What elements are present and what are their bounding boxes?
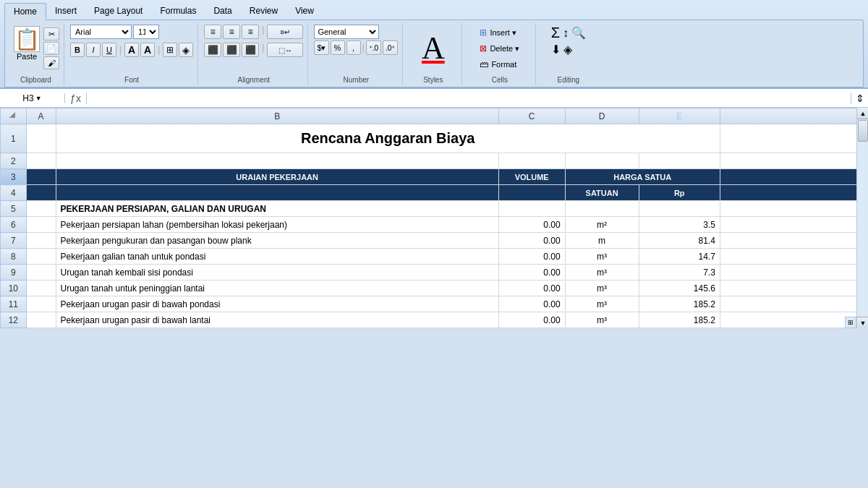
dropdown-arrow-cell[interactable]: ▼: [35, 95, 42, 102]
cell-a8[interactable]: [26, 249, 56, 265]
tab-home[interactable]: Home: [4, 3, 46, 20]
align-center-button[interactable]: ⬛: [223, 43, 240, 57]
comma-button[interactable]: ,: [346, 40, 361, 55]
align-top-center-button[interactable]: ≡: [223, 25, 240, 39]
cell-c6[interactable]: 0.00: [498, 217, 565, 233]
row-header-10[interactable]: 10: [1, 281, 27, 296]
cell-e6[interactable]: 3.5: [639, 217, 720, 233]
cell-b6[interactable]: Pekerjaan persiapan lahan (pembersihan l…: [56, 217, 498, 233]
expand-corner[interactable]: ⊞: [845, 317, 856, 328]
currency-button[interactable]: $▾: [314, 40, 328, 55]
cell-d7[interactable]: m: [565, 233, 639, 249]
cell-c4[interactable]: [498, 185, 565, 201]
cell-a12[interactable]: [26, 312, 56, 328]
styles-a-display[interactable]: A: [422, 33, 445, 64]
paste-button[interactable]: 📋 Paste: [12, 25, 41, 62]
row-header-9[interactable]: 9: [1, 265, 27, 281]
bold-button[interactable]: B: [70, 43, 85, 57]
delete-button[interactable]: ⊠ Delete ▾: [477, 40, 522, 56]
tab-insert[interactable]: Insert: [46, 3, 85, 20]
cell-e4[interactable]: Rp: [639, 185, 720, 201]
insert-button[interactable]: ⊞ Insert ▾: [477, 25, 519, 40]
tab-page-layout[interactable]: Page Layout: [85, 3, 151, 20]
cut-button[interactable]: ✂: [43, 27, 59, 40]
cell-a10[interactable]: [26, 281, 56, 296]
format-painter-button[interactable]: 🖌: [43, 56, 59, 69]
scroll-down-arrow[interactable]: ▼: [857, 317, 868, 328]
vertical-scrollbar[interactable]: ▲ ▼: [856, 108, 868, 328]
cell-e12[interactable]: 185.2: [639, 312, 720, 328]
tab-formulas[interactable]: Formulas: [151, 3, 205, 20]
cell-c9[interactable]: 0.00: [498, 265, 565, 281]
cell-b7[interactable]: Pekerjaan pengukuran dan pasangan bouw p…: [56, 233, 498, 249]
cell-a1[interactable]: [26, 124, 56, 153]
cell-b8[interactable]: Pekerjaan galian tanah untuk pondasi: [56, 249, 498, 265]
cell-b2[interactable]: [56, 153, 498, 169]
cell-c3[interactable]: VOLUME: [498, 169, 565, 185]
row-header-3[interactable]: 3: [1, 169, 27, 185]
cell-b1[interactable]: Rencana Anggaran Biaya: [56, 124, 720, 153]
borders-button[interactable]: ⊞: [163, 43, 177, 57]
number-format-select[interactable]: General: [314, 25, 379, 39]
increase-decimal-button[interactable]: .0⁺: [383, 40, 398, 55]
cell-e2[interactable]: [639, 153, 720, 169]
cell-d11[interactable]: m³: [565, 296, 639, 312]
select-all-icon[interactable]: [9, 112, 17, 119]
decrease-decimal-button[interactable]: ⁺.0: [366, 40, 381, 55]
italic-button[interactable]: I: [86, 43, 101, 57]
row-header-6[interactable]: 6: [1, 217, 27, 233]
cell-c2[interactable]: [498, 153, 565, 169]
align-left-button[interactable]: ⬛: [204, 43, 221, 57]
cell-e7[interactable]: 81.4: [639, 233, 720, 249]
col-header-c[interactable]: C: [498, 108, 565, 124]
row-header-1[interactable]: 1: [1, 124, 27, 153]
cell-e10[interactable]: 145.6: [639, 281, 720, 296]
cell-b4[interactable]: [56, 185, 498, 201]
cell-d6[interactable]: m²: [565, 217, 639, 233]
align-top-right-button[interactable]: ≡: [242, 25, 259, 39]
format-button[interactable]: 🗃 Format: [477, 56, 519, 72]
cell-a4[interactable]: [26, 185, 56, 201]
col-header-e[interactable]: E: [639, 108, 720, 124]
cell-d5[interactable]: [565, 201, 639, 217]
copy-button[interactable]: 📄: [43, 42, 59, 55]
cell-c8[interactable]: 0.00: [498, 249, 565, 265]
font-name-select[interactable]: Arial: [70, 25, 132, 39]
shading-button[interactable]: ◈: [179, 43, 193, 57]
row-header-8[interactable]: 8: [1, 249, 27, 265]
cell-d2[interactable]: [565, 153, 639, 169]
fill-color-button[interactable]: A: [140, 43, 155, 57]
cell-d8[interactable]: m³: [565, 249, 639, 265]
cell-d12[interactable]: m³: [565, 312, 639, 328]
cell-b9[interactable]: Urugan tanah kembali sisi pondasi: [56, 265, 498, 281]
cell-a11[interactable]: [26, 296, 56, 312]
cell-d3[interactable]: HARGA SATUA: [565, 169, 720, 185]
cell-b5[interactable]: PEKERJAAN PERSIAPAN, GALIAN DAN URUGAN: [56, 201, 498, 217]
font-color-button[interactable]: A: [124, 43, 139, 57]
function-wizard-button[interactable]: ƒx: [65, 93, 87, 104]
row-header-11[interactable]: 11: [1, 296, 27, 312]
cell-d10[interactable]: m³: [565, 281, 639, 296]
underline-button[interactable]: U: [102, 43, 116, 57]
row-header-4[interactable]: 4: [1, 185, 27, 201]
formula-input[interactable]: [87, 93, 851, 103]
cell-c10[interactable]: 0.00: [498, 281, 565, 296]
cell-e5[interactable]: [639, 201, 720, 217]
col-header-d[interactable]: D: [565, 108, 639, 124]
cell-e9[interactable]: 7.3: [639, 265, 720, 281]
cell-a3[interactable]: [26, 169, 56, 185]
cell-c7[interactable]: 0.00: [498, 233, 565, 249]
cell-e11[interactable]: 185.2: [639, 296, 720, 312]
cell-b10[interactable]: Urugan tanah untuk peninggian lantai: [56, 281, 498, 296]
row-header-12[interactable]: 12: [1, 312, 27, 328]
cell-a7[interactable]: [26, 233, 56, 249]
cell-a9[interactable]: [26, 265, 56, 281]
tab-view[interactable]: View: [286, 3, 323, 20]
align-right-button[interactable]: ⬛: [242, 43, 259, 57]
cell-b11[interactable]: Pekerjaan urugan pasir di bawah pondasi: [56, 296, 498, 312]
scroll-up-arrow[interactable]: ▲: [857, 108, 868, 119]
cell-d9[interactable]: m³: [565, 265, 639, 281]
percent-button[interactable]: %: [331, 40, 345, 55]
col-header-b[interactable]: B: [56, 108, 498, 124]
tab-data[interactable]: Data: [205, 3, 240, 20]
